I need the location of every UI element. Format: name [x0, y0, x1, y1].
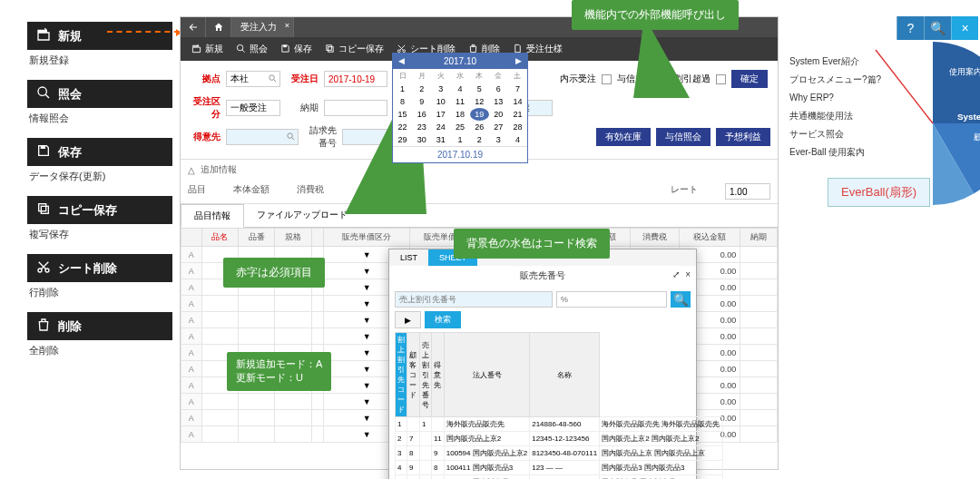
- cal-day[interactable]: 31: [431, 133, 450, 146]
- cal-day[interactable]: 3: [431, 83, 450, 95]
- cal-day[interactable]: 2: [470, 133, 489, 146]
- grid-header[interactable]: 品番: [239, 229, 275, 247]
- left-new-button[interactable]: 新規: [27, 22, 172, 50]
- dlg-col[interactable]: 法人番号: [444, 333, 529, 417]
- cal-day[interactable]: 12: [470, 95, 489, 108]
- cal-day[interactable]: 14: [508, 95, 527, 108]
- dlg-col[interactable]: 割上割引先コード: [396, 333, 407, 417]
- dlg-row[interactable]: 389100594 国内販売品上京28123450-48-070111国内販売品…: [396, 446, 723, 461]
- toolbar-new-button[interactable]: 新規: [186, 37, 229, 61]
- cal-day[interactable]: 4: [450, 83, 469, 95]
- cal-day[interactable]: 28: [508, 121, 527, 133]
- cal-day[interactable]: 1: [450, 133, 469, 146]
- cal-day[interactable]: 5: [470, 83, 489, 95]
- cal-today[interactable]: 2017.10.19: [393, 146, 527, 162]
- field-rate[interactable]: [725, 183, 770, 200]
- cal-day[interactable]: 18: [450, 108, 469, 121]
- cal-day[interactable]: 25: [450, 121, 469, 133]
- cal-day[interactable]: 21: [508, 108, 527, 121]
- profit-button[interactable]: 予想利益: [716, 128, 770, 146]
- cal-day[interactable]: 29: [393, 133, 412, 146]
- grid-header[interactable]: [181, 229, 202, 247]
- cal-day[interactable]: 30: [412, 133, 431, 146]
- cal-day[interactable]: 4: [508, 133, 527, 146]
- cal-day[interactable]: 7: [508, 83, 527, 95]
- cal-day[interactable]: 6: [489, 83, 508, 95]
- left-delete-button[interactable]: 削除: [27, 312, 172, 340]
- toolbar-save-button[interactable]: 保存: [275, 37, 318, 61]
- tab-order-entry[interactable]: 受注入力×: [231, 17, 294, 37]
- cal-day[interactable]: 22: [393, 121, 412, 133]
- cal-day[interactable]: 11: [450, 95, 469, 108]
- stock-button[interactable]: 有効在庫: [596, 128, 651, 146]
- cal-day[interactable]: 19: [470, 108, 489, 121]
- toolbar-copy-button[interactable]: コピー保存: [319, 37, 389, 61]
- cal-day[interactable]: 23: [412, 121, 431, 133]
- cal-day[interactable]: 26: [470, 121, 489, 133]
- dlg-search-input[interactable]: [395, 291, 553, 308]
- field-order-type[interactable]: [226, 100, 280, 116]
- cal-day[interactable]: 10: [431, 95, 450, 108]
- search-icon[interactable]: [268, 73, 278, 83]
- grid-header[interactable]: 規格: [275, 229, 311, 247]
- dlg-expand-icon[interactable]: ⤢: [672, 269, 680, 279]
- confirm-button[interactable]: 確定: [731, 70, 768, 88]
- dlg-close-icon[interactable]: ×: [685, 269, 691, 279]
- cal-day[interactable]: 16: [412, 108, 431, 121]
- cal-prev-icon[interactable]: ◀: [398, 56, 405, 65]
- help-search-icon[interactable]: 🔍: [924, 16, 951, 40]
- toolbar-search-button[interactable]: 照会: [230, 37, 273, 61]
- help-icon[interactable]: ?: [897, 16, 924, 40]
- grid-header[interactable]: 販売単価区分: [324, 229, 409, 247]
- cal-next-icon[interactable]: ▶: [515, 56, 522, 65]
- cal-day[interactable]: 24: [431, 121, 450, 133]
- cal-day[interactable]: 27: [489, 121, 508, 133]
- dlg-tab-list[interactable]: LIST: [389, 249, 428, 266]
- grid-header[interactable]: 消費税: [630, 229, 679, 247]
- delete-icon: [36, 318, 51, 335]
- dlg-row[interactable]: 5107100126 国内販売品13450-48-070111国内販売品 国内販…: [396, 475, 723, 480]
- grid-header[interactable]: 納期: [740, 229, 778, 247]
- credit-button[interactable]: 与信照会: [656, 128, 710, 146]
- search-icon[interactable]: [286, 132, 296, 142]
- tab-file-upload[interactable]: ファイルアップロード: [244, 204, 360, 227]
- cal-day[interactable]: 17: [431, 108, 450, 121]
- dlg-row[interactable]: 498100411 国内販売品3123 — —国内販売品3 国内販売品3: [396, 461, 723, 475]
- left-cut-button[interactable]: シート削除: [27, 254, 172, 282]
- cal-day[interactable]: 8: [393, 95, 412, 108]
- nav-home-icon[interactable]: [206, 17, 231, 37]
- dlg-reset-button[interactable]: ▶: [395, 311, 421, 328]
- cal-day[interactable]: 13: [489, 95, 508, 108]
- cal-day[interactable]: 9: [412, 95, 431, 108]
- dlg-col[interactable]: 名称: [530, 333, 600, 417]
- nav-back-icon[interactable]: [181, 17, 206, 37]
- dlg-col[interactable]: 売上割引先番号: [419, 333, 431, 417]
- tab-item-info[interactable]: 品目情報: [181, 204, 244, 228]
- svg-rect-7: [283, 44, 287, 46]
- help-close-icon[interactable]: ×: [951, 16, 978, 40]
- left-copy-button[interactable]: コピー保存: [27, 196, 172, 224]
- dlg-search-go[interactable]: 🔍: [671, 291, 691, 308]
- grid-header[interactable]: [311, 229, 323, 247]
- checkbox-discount-over[interactable]: [716, 74, 726, 84]
- dlg-col[interactable]: 顧客コード: [407, 333, 420, 417]
- left-search-button[interactable]: 照会: [27, 80, 172, 108]
- cal-day[interactable]: 3: [489, 133, 508, 146]
- checkbox-naiji[interactable]: [602, 74, 612, 84]
- left-save-button[interactable]: 保存: [27, 138, 172, 166]
- cal-day[interactable]: 1: [393, 83, 412, 95]
- dlg-query-button[interactable]: 検索: [425, 311, 461, 328]
- dlg-search-pct[interactable]: [556, 291, 667, 308]
- cal-day[interactable]: 15: [393, 108, 412, 121]
- dlg-row[interactable]: 2711国内販売品上京212345-12-123456国内販売上京2 国内販売上…: [396, 432, 723, 446]
- row-mode: A: [181, 345, 202, 361]
- grid-header[interactable]: 品名: [201, 229, 238, 247]
- cal-day[interactable]: 20: [489, 108, 508, 121]
- grid-header[interactable]: 税込金額: [679, 229, 740, 247]
- calendar-popup[interactable]: ◀2017.10▶ 日月火水木金土12345678910111213141516…: [392, 53, 528, 163]
- dlg-col[interactable]: 得意先: [431, 333, 444, 417]
- row-mode: A: [181, 377, 202, 394]
- tab-close-icon[interactable]: ×: [285, 21, 289, 30]
- cal-day[interactable]: 2: [412, 83, 431, 95]
- dlg-row[interactable]: 11海外販売品販売先214886-48-560海外販売品販売先 海外販売品販売先: [396, 417, 723, 432]
